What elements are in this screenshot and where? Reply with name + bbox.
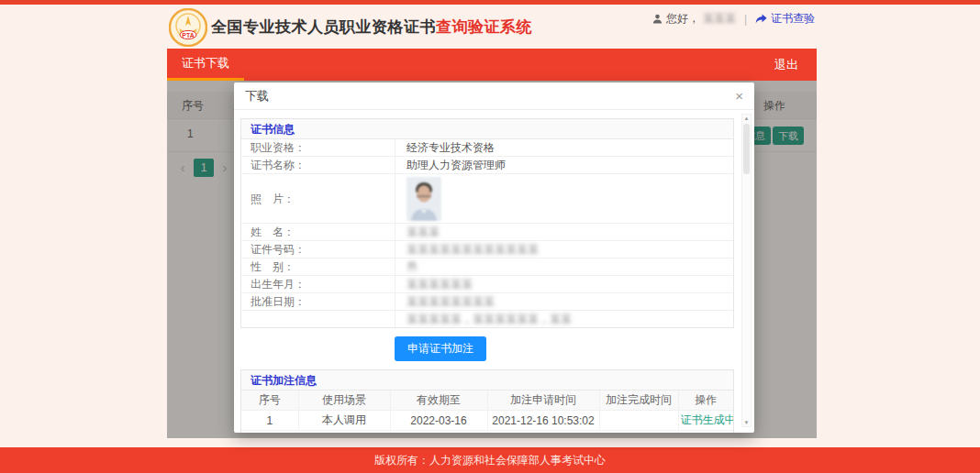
scroll-up-icon[interactable]: ▲ — [742, 116, 751, 121]
pta-logo: PTA — [169, 8, 207, 47]
annotation-table: 序号 使用场景 有效期至 加注申请时间 加注完成时间 操作 1 本人调用 202… — [241, 390, 733, 431]
anno-col-action: 操作 — [678, 390, 733, 411]
site-header: PTA 全国专业技术人员职业资格证书查询验证系统 您好， 某某某 | 证书查验 — [167, 5, 817, 49]
info-row-id-number: 证件号码： 某某某某某某某某某某某某 — [241, 241, 733, 258]
certificate-info-section-title: 证书信息 — [241, 119, 733, 139]
qualification-value: 经济专业技术资格 — [395, 139, 733, 156]
birth-label: 出生年月： — [241, 276, 395, 292]
header-links: 您好， 某某某 | 证书查验 — [652, 11, 815, 27]
id-number-value-redacted: 某某某某某某某某某某某某 — [406, 241, 539, 258]
info-row-approval-date: 批准日期： 某某某某某某某某 — [241, 293, 733, 311]
anno-cell-scene: 本人调用 — [298, 411, 390, 431]
info-row-extra: 某某某某某，某某某某某某，某某 — [241, 311, 733, 327]
copyright-text: 版权所有：人力资源和社会保障部人事考试中心 — [374, 454, 606, 467]
gender-label: 性 别： — [241, 258, 395, 275]
modal-title: 下载 — [245, 89, 269, 103]
certificate-info-box: 证书信息 职业资格： 经济专业技术资格 证书名称： 助理人力资源管理师 照 片： — [240, 118, 734, 328]
site-title: 全国专业技术人员职业资格证书查询验证系统 — [211, 16, 532, 38]
site-title-accent: 查询验证系统 — [436, 18, 532, 36]
scroll-down-icon[interactable]: ▼ — [742, 420, 751, 425]
annotation-info-box: 证书加注信息 序号 使用场景 有效期至 加注申请时间 加注完成时间 操作 1 本… — [240, 369, 734, 433]
modal-pagination: ‹ 1 › 到第 页 确定 共 1 条 5条/页 ▼ — [241, 431, 733, 433]
share-arrow-icon — [755, 14, 767, 24]
annotation-section-title: 证书加注信息 — [241, 370, 733, 390]
name-value-redacted: 某某某 — [406, 224, 440, 240]
anno-cell-valid-until: 2022-03-16 — [390, 411, 487, 431]
id-number-label: 证件号码： — [241, 241, 395, 258]
approval-date-label: 批准日期： — [241, 293, 395, 310]
download-modal: 下载 × 证书信息 职业资格： 经济专业技术资格 证书名称： 助理人力资源管理师… — [234, 82, 754, 433]
main-navbar: 证书下载 退出 — [167, 49, 817, 81]
verify-certificate-link[interactable]: 证书查验 — [771, 11, 815, 27]
header-separator: | — [744, 13, 747, 26]
close-icon[interactable]: × — [735, 82, 743, 110]
anno-cell-complete-time — [599, 411, 678, 431]
site-title-main: 全国专业技术人员职业资格证书 — [211, 18, 436, 36]
info-row-photo: 照 片： — [241, 174, 733, 224]
cert-name-value: 助理人力资源管理师 — [395, 157, 733, 173]
modal-body: 证书信息 职业资格： 经济专业技术资格 证书名称： 助理人力资源管理师 照 片： — [234, 111, 740, 433]
approval-date-value-redacted: 某某某某某某某某 — [406, 293, 495, 310]
extra-label — [241, 311, 395, 327]
annotation-data-row: 1 本人调用 2022-03-16 2021-12-16 10:53:02 证书… — [241, 411, 733, 431]
certificate-verification-page: { "header": { "logo_text": "PTA", "title… — [0, 0, 980, 473]
photo-label: 照 片： — [241, 174, 395, 223]
anno-col-scene: 使用场景 — [298, 390, 390, 411]
birth-value-redacted: 某某某某某某 — [406, 276, 473, 292]
info-row-qualification: 职业资格： 经济专业技术资格 — [241, 139, 733, 157]
scrollbar-thumb[interactable] — [743, 124, 750, 174]
anno-col-apply-time: 加注申请时间 — [487, 390, 599, 411]
anno-col-complete-time: 加注完成时间 — [599, 390, 678, 411]
photo-value — [395, 174, 733, 223]
info-row-cert-name: 证书名称： 助理人力资源管理师 — [241, 157, 733, 174]
cert-generating-link[interactable]: 证书生成中.. — [681, 413, 734, 426]
anno-col-valid-until: 有效期至 — [390, 390, 487, 411]
anno-col-seq: 序号 — [241, 390, 298, 411]
logout-button[interactable]: 退出 — [756, 49, 817, 81]
name-label: 姓 名： — [241, 224, 395, 240]
apply-annotation-button[interactable]: 申请证书加注 — [395, 336, 486, 361]
info-row-birth: 出生年月： 某某某某某某 — [241, 276, 733, 293]
cert-name-label: 证书名称： — [241, 157, 395, 173]
logo-text: PTA — [182, 32, 194, 38]
annotation-header-row: 序号 使用场景 有效期至 加注申请时间 加注完成时间 操作 — [241, 390, 733, 411]
user-icon — [652, 14, 663, 24]
gender-value-redacted: 男 — [406, 258, 418, 275]
page-footer: 版权所有：人力资源和社会保障部人事考试中心 — [0, 447, 980, 473]
id-photo — [406, 177, 441, 221]
modal-scrollbar[interactable]: ▲ ▼ — [741, 114, 752, 427]
anno-cell-seq: 1 — [241, 411, 298, 431]
modal-header: 下载 × — [234, 82, 754, 110]
info-row-gender: 性 别： 男 — [241, 258, 733, 276]
nav-item-certificate-download[interactable]: 证书下载 — [167, 49, 244, 81]
extra-value-redacted: 某某某某某，某某某某某某，某某 — [406, 311, 572, 327]
anno-cell-apply-time: 2021-12-16 10:53:02 — [487, 411, 599, 431]
greeting-text: 您好， — [666, 11, 699, 27]
username-redacted: 某某某 — [703, 11, 736, 27]
qualification-label: 职业资格： — [241, 139, 395, 156]
info-row-name: 姓 名： 某某某 — [241, 224, 733, 241]
